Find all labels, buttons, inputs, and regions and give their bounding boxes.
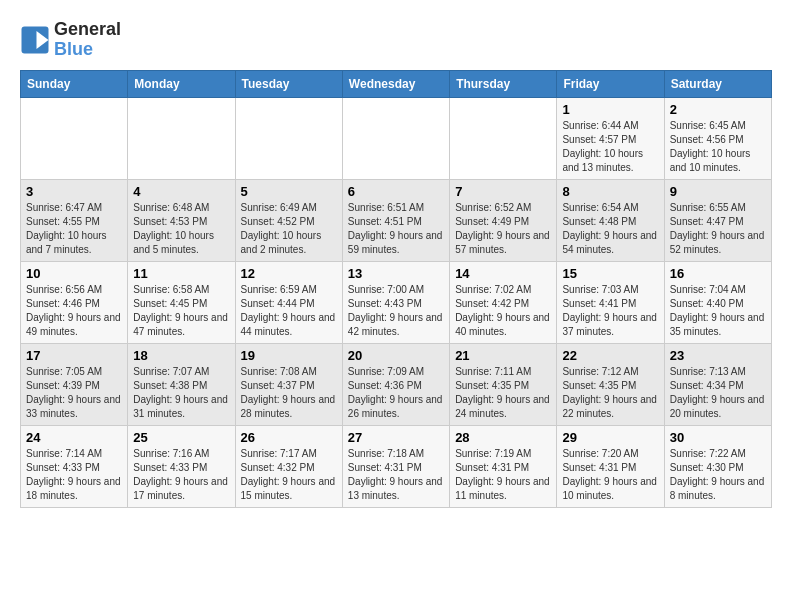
day-info: Sunrise: 7:14 AM Sunset: 4:33 PM Dayligh… <box>26 447 122 503</box>
calendar-cell: 3Sunrise: 6:47 AM Sunset: 4:55 PM Daylig… <box>21 179 128 261</box>
calendar-cell <box>128 97 235 179</box>
day-number: 28 <box>455 430 551 445</box>
weekday-header: Monday <box>128 70 235 97</box>
day-info: Sunrise: 7:17 AM Sunset: 4:32 PM Dayligh… <box>241 447 337 503</box>
day-number: 26 <box>241 430 337 445</box>
day-number: 15 <box>562 266 658 281</box>
page-header: General Blue <box>20 20 772 60</box>
calendar-cell <box>450 97 557 179</box>
calendar-header-row: SundayMondayTuesdayWednesdayThursdayFrid… <box>21 70 772 97</box>
day-number: 20 <box>348 348 444 363</box>
day-info: Sunrise: 6:52 AM Sunset: 4:49 PM Dayligh… <box>455 201 551 257</box>
day-info: Sunrise: 7:13 AM Sunset: 4:34 PM Dayligh… <box>670 365 766 421</box>
calendar-cell: 19Sunrise: 7:08 AM Sunset: 4:37 PM Dayli… <box>235 343 342 425</box>
calendar-cell: 21Sunrise: 7:11 AM Sunset: 4:35 PM Dayli… <box>450 343 557 425</box>
day-number: 10 <box>26 266 122 281</box>
day-info: Sunrise: 6:59 AM Sunset: 4:44 PM Dayligh… <box>241 283 337 339</box>
calendar-table: SundayMondayTuesdayWednesdayThursdayFrid… <box>20 70 772 508</box>
calendar-cell: 20Sunrise: 7:09 AM Sunset: 4:36 PM Dayli… <box>342 343 449 425</box>
calendar-cell: 14Sunrise: 7:02 AM Sunset: 4:42 PM Dayli… <box>450 261 557 343</box>
day-number: 14 <box>455 266 551 281</box>
day-number: 18 <box>133 348 229 363</box>
calendar-cell: 23Sunrise: 7:13 AM Sunset: 4:34 PM Dayli… <box>664 343 771 425</box>
calendar-cell: 12Sunrise: 6:59 AM Sunset: 4:44 PM Dayli… <box>235 261 342 343</box>
day-info: Sunrise: 6:55 AM Sunset: 4:47 PM Dayligh… <box>670 201 766 257</box>
day-info: Sunrise: 7:04 AM Sunset: 4:40 PM Dayligh… <box>670 283 766 339</box>
day-info: Sunrise: 7:19 AM Sunset: 4:31 PM Dayligh… <box>455 447 551 503</box>
calendar-cell: 11Sunrise: 6:58 AM Sunset: 4:45 PM Dayli… <box>128 261 235 343</box>
day-number: 21 <box>455 348 551 363</box>
weekday-header: Sunday <box>21 70 128 97</box>
calendar-cell: 17Sunrise: 7:05 AM Sunset: 4:39 PM Dayli… <box>21 343 128 425</box>
calendar-cell: 24Sunrise: 7:14 AM Sunset: 4:33 PM Dayli… <box>21 425 128 507</box>
day-number: 19 <box>241 348 337 363</box>
day-number: 5 <box>241 184 337 199</box>
calendar-cell: 15Sunrise: 7:03 AM Sunset: 4:41 PM Dayli… <box>557 261 664 343</box>
calendar-cell: 10Sunrise: 6:56 AM Sunset: 4:46 PM Dayli… <box>21 261 128 343</box>
weekday-header: Saturday <box>664 70 771 97</box>
weekday-header: Thursday <box>450 70 557 97</box>
calendar-cell: 6Sunrise: 6:51 AM Sunset: 4:51 PM Daylig… <box>342 179 449 261</box>
day-number: 1 <box>562 102 658 117</box>
calendar-cell: 2Sunrise: 6:45 AM Sunset: 4:56 PM Daylig… <box>664 97 771 179</box>
logo-icon <box>20 25 50 55</box>
weekday-header: Friday <box>557 70 664 97</box>
calendar-cell: 9Sunrise: 6:55 AM Sunset: 4:47 PM Daylig… <box>664 179 771 261</box>
calendar-cell: 30Sunrise: 7:22 AM Sunset: 4:30 PM Dayli… <box>664 425 771 507</box>
day-info: Sunrise: 7:02 AM Sunset: 4:42 PM Dayligh… <box>455 283 551 339</box>
calendar-week-row: 24Sunrise: 7:14 AM Sunset: 4:33 PM Dayli… <box>21 425 772 507</box>
calendar-cell <box>342 97 449 179</box>
calendar-week-row: 10Sunrise: 6:56 AM Sunset: 4:46 PM Dayli… <box>21 261 772 343</box>
day-info: Sunrise: 6:49 AM Sunset: 4:52 PM Dayligh… <box>241 201 337 257</box>
day-number: 13 <box>348 266 444 281</box>
calendar-cell: 29Sunrise: 7:20 AM Sunset: 4:31 PM Dayli… <box>557 425 664 507</box>
calendar-cell: 27Sunrise: 7:18 AM Sunset: 4:31 PM Dayli… <box>342 425 449 507</box>
day-info: Sunrise: 7:18 AM Sunset: 4:31 PM Dayligh… <box>348 447 444 503</box>
calendar-cell: 18Sunrise: 7:07 AM Sunset: 4:38 PM Dayli… <box>128 343 235 425</box>
calendar-cell: 4Sunrise: 6:48 AM Sunset: 4:53 PM Daylig… <box>128 179 235 261</box>
day-info: Sunrise: 6:51 AM Sunset: 4:51 PM Dayligh… <box>348 201 444 257</box>
day-info: Sunrise: 7:16 AM Sunset: 4:33 PM Dayligh… <box>133 447 229 503</box>
day-number: 16 <box>670 266 766 281</box>
day-info: Sunrise: 6:48 AM Sunset: 4:53 PM Dayligh… <box>133 201 229 257</box>
calendar-cell: 16Sunrise: 7:04 AM Sunset: 4:40 PM Dayli… <box>664 261 771 343</box>
calendar-cell: 5Sunrise: 6:49 AM Sunset: 4:52 PM Daylig… <box>235 179 342 261</box>
day-number: 12 <box>241 266 337 281</box>
day-number: 3 <box>26 184 122 199</box>
day-info: Sunrise: 7:12 AM Sunset: 4:35 PM Dayligh… <box>562 365 658 421</box>
day-info: Sunrise: 7:09 AM Sunset: 4:36 PM Dayligh… <box>348 365 444 421</box>
day-info: Sunrise: 6:56 AM Sunset: 4:46 PM Dayligh… <box>26 283 122 339</box>
day-number: 22 <box>562 348 658 363</box>
day-info: Sunrise: 7:08 AM Sunset: 4:37 PM Dayligh… <box>241 365 337 421</box>
calendar-cell: 7Sunrise: 6:52 AM Sunset: 4:49 PM Daylig… <box>450 179 557 261</box>
day-number: 24 <box>26 430 122 445</box>
calendar-cell <box>235 97 342 179</box>
day-number: 25 <box>133 430 229 445</box>
calendar-cell: 8Sunrise: 6:54 AM Sunset: 4:48 PM Daylig… <box>557 179 664 261</box>
calendar-week-row: 17Sunrise: 7:05 AM Sunset: 4:39 PM Dayli… <box>21 343 772 425</box>
weekday-header: Wednesday <box>342 70 449 97</box>
day-number: 23 <box>670 348 766 363</box>
day-number: 2 <box>670 102 766 117</box>
logo-text: General Blue <box>54 20 121 60</box>
day-info: Sunrise: 7:22 AM Sunset: 4:30 PM Dayligh… <box>670 447 766 503</box>
weekday-header: Tuesday <box>235 70 342 97</box>
day-number: 30 <box>670 430 766 445</box>
calendar-cell: 28Sunrise: 7:19 AM Sunset: 4:31 PM Dayli… <box>450 425 557 507</box>
calendar-cell: 13Sunrise: 7:00 AM Sunset: 4:43 PM Dayli… <box>342 261 449 343</box>
calendar-cell: 26Sunrise: 7:17 AM Sunset: 4:32 PM Dayli… <box>235 425 342 507</box>
logo: General Blue <box>20 20 121 60</box>
calendar-week-row: 1Sunrise: 6:44 AM Sunset: 4:57 PM Daylig… <box>21 97 772 179</box>
day-info: Sunrise: 6:58 AM Sunset: 4:45 PM Dayligh… <box>133 283 229 339</box>
calendar-cell: 22Sunrise: 7:12 AM Sunset: 4:35 PM Dayli… <box>557 343 664 425</box>
day-info: Sunrise: 7:11 AM Sunset: 4:35 PM Dayligh… <box>455 365 551 421</box>
day-number: 8 <box>562 184 658 199</box>
day-number: 4 <box>133 184 229 199</box>
calendar-cell: 1Sunrise: 6:44 AM Sunset: 4:57 PM Daylig… <box>557 97 664 179</box>
day-info: Sunrise: 6:47 AM Sunset: 4:55 PM Dayligh… <box>26 201 122 257</box>
day-info: Sunrise: 7:07 AM Sunset: 4:38 PM Dayligh… <box>133 365 229 421</box>
day-info: Sunrise: 7:20 AM Sunset: 4:31 PM Dayligh… <box>562 447 658 503</box>
day-number: 17 <box>26 348 122 363</box>
day-info: Sunrise: 7:03 AM Sunset: 4:41 PM Dayligh… <box>562 283 658 339</box>
day-info: Sunrise: 6:45 AM Sunset: 4:56 PM Dayligh… <box>670 119 766 175</box>
